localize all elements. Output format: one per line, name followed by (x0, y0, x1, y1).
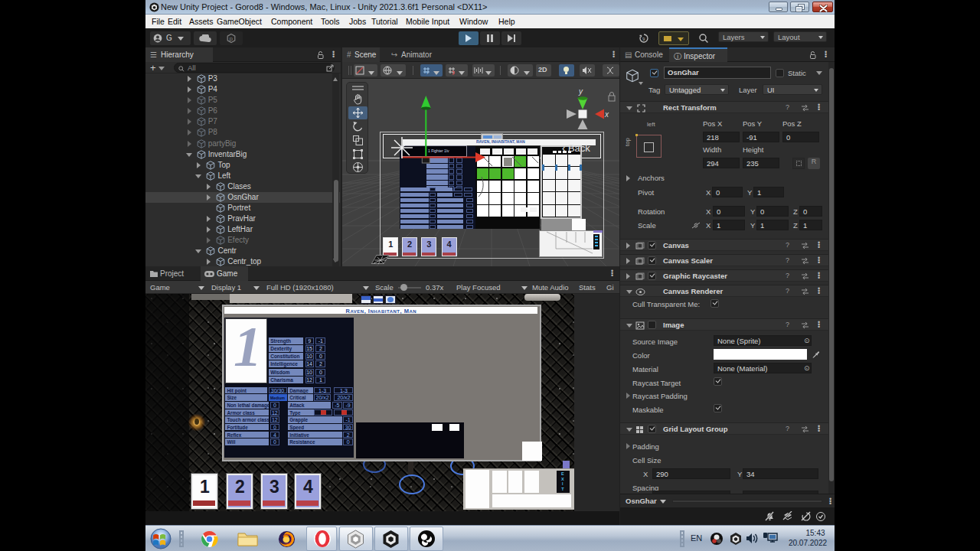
svg-text:p: p (230, 35, 234, 42)
svg-text:Y: Y (426, 70, 429, 75)
svg-text:9: 9 (642, 37, 645, 41)
svg-text:x: x (604, 110, 609, 119)
svg-text:y: y (578, 87, 583, 96)
